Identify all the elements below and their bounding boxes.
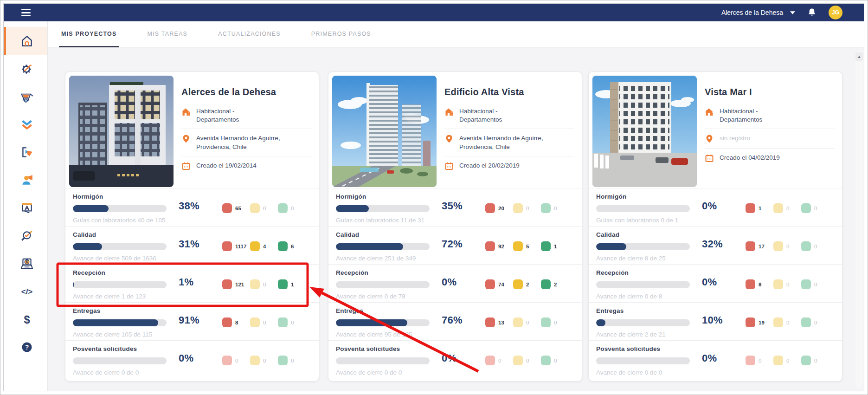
red-chip [746, 317, 755, 327]
sidebar-item-materials[interactable] [4, 83, 47, 110]
red-chip [485, 203, 495, 213]
metric-label: Posventa solicitudes [336, 345, 574, 352]
project-created: Creado el 04/02/2019 [720, 154, 780, 162]
billing-document-icon: $ [20, 257, 34, 271]
app-window: Alerces de la Dehesa JG [3, 3, 864, 391]
user-avatar[interactable]: JG [829, 6, 842, 19]
project-photo [332, 76, 437, 187]
red-chip [222, 356, 232, 365]
hamburger-menu-button[interactable] [4, 9, 48, 16]
yellow-chip [773, 279, 783, 289]
status-badges: 8 0 0 [746, 279, 829, 289]
red-chip [222, 279, 232, 289]
project-card-vista-mar[interactable]: Vista Mar I Habitacional - Departamentos… [588, 71, 842, 382]
status-badge-yellow: 2 [513, 279, 541, 289]
project-address: Avenida Hernando de Aguirre, Providencia… [459, 134, 574, 151]
status-badges: 8 0 0 [222, 317, 306, 327]
progress-bar [596, 243, 690, 250]
status-badge-red: 74 [485, 279, 513, 289]
sidebar-item-machinery[interactable] [4, 55, 47, 83]
status-badge-yellow: 0 [250, 279, 278, 289]
status-badges: 13 0 0 [485, 317, 569, 327]
project-photo [69, 76, 174, 187]
badge-count: 1 [554, 244, 557, 249]
tab-mis-proyectos[interactable]: MIS PROYECTOS [59, 21, 119, 47]
wheelbarrow-icon [20, 90, 34, 104]
yellow-chip [773, 203, 783, 213]
building-icon [444, 107, 454, 117]
calendar-icon [444, 162, 454, 171]
home-icon [20, 34, 34, 48]
yellow-chip [773, 356, 783, 365]
project-card-alta-vista[interactable]: Edificio Alta Vista Habitacional - Depar… [328, 71, 582, 382]
tab-actualizaciones[interactable]: ACTUALIZACIONES [216, 21, 283, 47]
progress-percent: 1% [179, 276, 193, 288]
badge-count: 0 [554, 206, 557, 211]
status-badge-yellow: 0 [773, 279, 801, 289]
sidebar-item-export[interactable] [4, 138, 47, 166]
sidebar-item-inspections[interactable] [4, 222, 47, 250]
badge-count: 0 [814, 206, 817, 211]
tab-mis-tareas[interactable]: MIS TAREAS [145, 21, 190, 47]
badge-count: 8 [759, 282, 761, 287]
sidebar-item-plans[interactable] [4, 194, 47, 222]
green-chip [801, 241, 811, 251]
svg-text:$: $ [24, 314, 30, 326]
status-badge-green: 0 [541, 203, 569, 213]
badge-count: 0 [526, 206, 529, 211]
green-chip [541, 356, 551, 365]
badge-count: 0 [814, 282, 817, 287]
yellow-chip [513, 317, 523, 327]
topbar-right-group: Alerces de la Dehesa JG [721, 6, 864, 19]
red-chip [222, 241, 232, 251]
status-badge-red: 8 [222, 317, 250, 327]
sidebar-item-billing[interactable]: $ [4, 250, 47, 278]
metric-hormigon: Hormigón 35% 20 0 0 Guías con laboratori… [328, 188, 582, 226]
sidebar-item-home[interactable] [4, 27, 47, 55]
metric-label: Calidad [336, 231, 574, 238]
sidebar-item-help[interactable]: ? [4, 333, 47, 361]
status-badge-red: 0 [485, 356, 513, 365]
metric-calidad: Calidad 31% 1117 4 6 Avance de cierre 50… [65, 226, 319, 264]
green-chip [541, 317, 551, 327]
notification-bell-icon[interactable] [806, 7, 817, 18]
metric-label: Hormigón [596, 193, 835, 200]
badge-count: 0 [526, 320, 529, 325]
progress-bar [336, 243, 430, 250]
progress-bar [336, 281, 430, 288]
project-selector-label: Alerces de la Dehesa [721, 9, 783, 16]
hamburger-icon [21, 9, 31, 16]
status-badge-green: 0 [278, 317, 306, 327]
metric-entregas: Entregas 91% 8 0 0 Avance de cierre 105 … [65, 302, 319, 340]
badge-count: 0 [263, 282, 266, 287]
project-type-row: Habitacional - Departamentos [705, 102, 835, 129]
project-photo [592, 76, 697, 187]
progress-bar [336, 319, 430, 326]
scroll-up-button[interactable]: ▲ [855, 52, 863, 61]
metric-hormigon: Hormigón 38% 65 0 0 Guías con laboratori… [65, 188, 319, 226]
project-type: Habitacional - Departamentos [196, 107, 274, 124]
badge-count: 0 [786, 358, 789, 363]
badge-count: 0 [263, 206, 266, 211]
double-check-icon [20, 117, 34, 131]
sidebar-item-tasks[interactable] [4, 110, 47, 138]
project-created-row: Creado el 04/02/2019 [705, 149, 835, 168]
red-chip [746, 279, 755, 289]
person-icon [20, 173, 34, 187]
progress-percent: 0% [702, 352, 717, 364]
badge-count: 2 [554, 282, 557, 287]
sidebar-item-integrations[interactable]: </> [4, 278, 47, 305]
status-badge-yellow: 0 [773, 241, 801, 251]
sidebar-item-finance[interactable]: $ [4, 305, 47, 333]
project-selector[interactable]: Alerces de la Dehesa [721, 9, 795, 16]
project-card-alerces[interactable]: Alerces de la Dehesa Habitacional - Depa… [65, 71, 319, 382]
sidebar-item-personnel[interactable] [4, 166, 47, 194]
scrollbar[interactable]: ▲ [855, 51, 863, 388]
yellow-chip [250, 279, 260, 289]
tab-primeros-pasos[interactable]: PRIMEROS PASOS [309, 21, 373, 47]
badge-count: 1117 [235, 244, 246, 249]
status-badges: 74 2 2 [485, 279, 569, 289]
metric-label: Recepción [73, 269, 311, 276]
metric-entregas: Entregas 76% 13 0 0 Avance de cierre 95 … [328, 302, 582, 340]
project-type: Habitacional - Departamentos [720, 107, 797, 124]
